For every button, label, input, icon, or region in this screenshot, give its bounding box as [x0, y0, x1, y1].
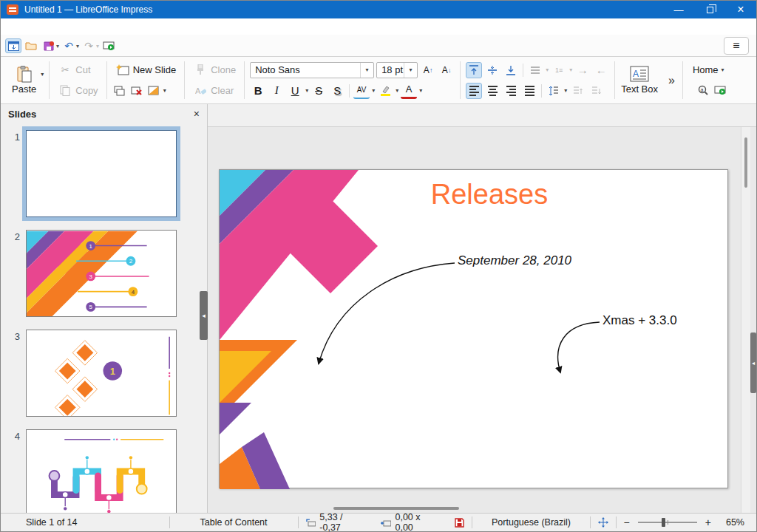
chart[interactable] — [268, 301, 664, 432]
menubar — [1, 18, 756, 35]
align-bottom-button[interactable] — [503, 62, 519, 78]
highlight-dropdown[interactable]: ▾ — [396, 87, 398, 94]
copy-button[interactable]: Copy — [55, 83, 101, 99]
minimize-button[interactable]: — — [663, 1, 694, 18]
sidebar-show-handle[interactable]: ◂ — [750, 332, 756, 393]
close-button[interactable]: × — [725, 1, 756, 18]
zoom-control: − + — [617, 516, 719, 528]
para-space-decrease-icon[interactable] — [588, 83, 604, 99]
open-file-icon[interactable] — [23, 38, 39, 53]
delete-slide-icon[interactable] — [129, 84, 144, 98]
object-size: 0,00 x 0,00 — [373, 512, 448, 532]
font-name-combo[interactable]: Noto Sans▾ — [250, 62, 374, 78]
vertical-scrollbar-thumb[interactable] — [744, 137, 747, 188]
redo-dropdown[interactable]: ▾ — [96, 43, 99, 50]
undo-icon[interactable]: ↶ — [61, 38, 77, 53]
menubar-toggle-icon[interactable]: ≡ — [724, 37, 749, 55]
horizontal-scrollbar-thumb[interactable] — [333, 507, 459, 510]
slides-panel-close-icon[interactable]: × — [194, 108, 200, 120]
restore-button[interactable] — [694, 1, 725, 18]
panel-collapse-handle[interactable]: ◂ — [200, 291, 208, 340]
svg-text:1: 1 — [110, 366, 115, 377]
bold-button[interactable]: B — [250, 83, 266, 99]
slide-4-preview — [27, 430, 177, 513]
clone-formatting-button[interactable]: Clone — [190, 62, 239, 78]
align-top-button[interactable] — [466, 62, 482, 78]
underline-dropdown[interactable]: ▾ — [305, 87, 308, 94]
save-icon[interactable] — [41, 38, 57, 53]
slide-properties-icon[interactable] — [146, 84, 161, 98]
redo-icon[interactable]: ↷ — [81, 38, 97, 53]
slide-layout-dropdown[interactable]: ▾ — [163, 87, 166, 94]
align-vcenter-button[interactable] — [484, 62, 500, 78]
highlight-color-button[interactable] — [377, 83, 393, 99]
paste-button[interactable]: Paste — [7, 66, 41, 95]
slide-number: 2 — [1, 230, 26, 317]
toolbar-overflow-button[interactable]: » — [662, 74, 681, 87]
paste-label: Paste — [12, 83, 36, 95]
align-center-button[interactable] — [484, 83, 500, 99]
vertical-scrollbar[interactable] — [741, 127, 750, 513]
zoom-in-button[interactable]: + — [705, 516, 711, 528]
align-right-button[interactable] — [503, 83, 519, 99]
slide-thumbnail-2[interactable]: 2 — [1, 230, 207, 317]
line-spacing-dropdown[interactable]: ▾ — [564, 87, 567, 94]
cut-button[interactable]: ✂Cut — [55, 62, 93, 78]
zoom-level[interactable]: 65% — [719, 517, 756, 528]
underline-button[interactable]: U — [287, 83, 303, 99]
numbered-list-icon[interactable]: 1≡ — [551, 62, 567, 78]
bullet-list-icon[interactable] — [527, 62, 543, 78]
align-left-button[interactable] — [466, 83, 482, 99]
font-color-button[interactable]: A — [401, 83, 417, 99]
text-box-button[interactable]: A Text Box — [617, 59, 662, 101]
annotation-date[interactable]: September 28, 2010 — [458, 253, 571, 268]
grow-font-button[interactable]: A↑ — [420, 62, 436, 78]
para-space-increase-icon[interactable] — [569, 83, 585, 99]
duplicate-slide-icon[interactable] — [112, 84, 127, 98]
line-spacing-button[interactable] — [546, 83, 562, 99]
clone-brush-icon — [193, 64, 208, 77]
numbered-dropdown[interactable]: ▾ — [569, 66, 572, 73]
font-size-dropdown[interactable]: ▾ — [404, 63, 417, 78]
workspace: Releases September 28, 2010 Xmas + 3.3.0… — [208, 126, 756, 513]
view-tabs — [208, 104, 756, 126]
slide-number: 4 — [1, 429, 26, 513]
find-replace-icon[interactable]: a — [696, 84, 710, 98]
slide-canvas[interactable]: Releases September 28, 2010 Xmas + 3.3.0 — [219, 169, 728, 488]
new-slide-button[interactable]: New Slide — [112, 62, 180, 78]
zoom-out-button[interactable]: − — [624, 516, 630, 528]
presentation-icon[interactable] — [713, 84, 727, 98]
italic-button[interactable]: I — [268, 83, 285, 99]
font-size-combo[interactable]: 18 pt▾ — [376, 62, 418, 78]
slide-thumbnail-4[interactable]: 4 — [1, 429, 207, 513]
bullet-dropdown[interactable]: ▾ — [546, 66, 549, 73]
font-size-value: 18 pt — [381, 64, 403, 75]
home-context-dropdown[interactable]: Home▾ — [690, 63, 727, 77]
ltr-icon[interactable]: → — [574, 62, 591, 78]
spacing-dropdown[interactable]: ▾ — [372, 87, 375, 94]
clear-formatting-button[interactable]: AClear — [190, 83, 237, 99]
save-dropdown[interactable]: ▾ — [56, 43, 59, 50]
notebookbar-shortcuts-icon[interactable] — [5, 38, 21, 53]
document-modified[interactable] — [447, 518, 472, 528]
rtl-icon[interactable]: ← — [593, 62, 609, 78]
fit-slide-button[interactable] — [591, 517, 616, 528]
shrink-font-button[interactable]: A↓ — [438, 62, 455, 78]
zoom-slider[interactable] — [638, 522, 697, 523]
undo-dropdown[interactable]: ▾ — [76, 43, 79, 50]
slide-title[interactable]: Releases — [390, 179, 589, 211]
justify-button[interactable] — [521, 83, 537, 99]
paste-dropdown[interactable]: ▾ — [41, 71, 44, 78]
shadow-button[interactable]: S — [329, 83, 345, 99]
slide-thumbnail-3[interactable]: 3 1 — [1, 330, 207, 417]
start-presentation-icon[interactable] — [101, 38, 117, 53]
strikethrough-button[interactable]: S — [310, 83, 327, 99]
zoom-slider-thumb[interactable] — [662, 518, 665, 527]
notebookbar-tabs: ▾ ↶▾ ↷▾ ≡ — [1, 35, 756, 57]
character-spacing-button[interactable]: AV — [353, 83, 370, 99]
font-color-dropdown[interactable]: ▾ — [419, 87, 422, 94]
font-name-dropdown[interactable]: ▾ — [360, 63, 373, 78]
layout-name[interactable]: Table of Content — [170, 517, 298, 528]
language-status[interactable]: Portuguese (Brazil) — [472, 517, 589, 528]
slide-thumbnail-1[interactable]: 1 — [1, 130, 207, 217]
